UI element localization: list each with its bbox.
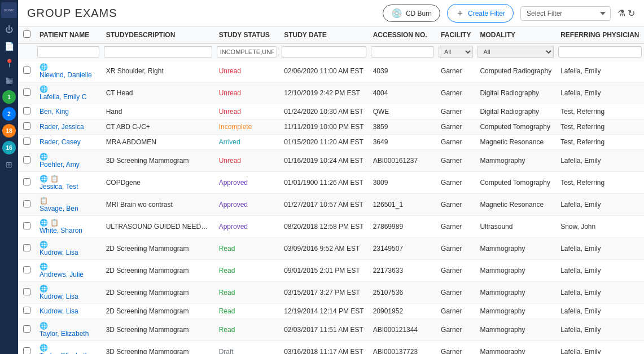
row-checkbox-cell[interactable] — [18, 82, 35, 104]
cd-burn-button[interactable]: 💿 CD Burn — [383, 5, 440, 22]
referring-physician-cell: Lafella, Emily — [556, 150, 644, 172]
filter-icon[interactable]: ⚗ — [617, 8, 625, 19]
row-checkbox[interactable] — [23, 107, 30, 114]
table-row[interactable]: 🌐 Poehler, Amy 3D Screening Mammogram Un… — [18, 150, 644, 172]
table-row[interactable]: 🌐 Lafella, Emily C CT Head Unread 12/10/… — [18, 82, 644, 104]
patient-name-value: Ben, King — [40, 108, 69, 116]
row-checkbox[interactable] — [23, 288, 30, 295]
row-checkbox-cell[interactable] — [18, 194, 35, 216]
badge-16[interactable]: 16 — [2, 141, 16, 154]
col-patient-name: PATIENT NAME — [35, 27, 102, 43]
row-checkbox-cell[interactable] — [18, 341, 35, 355]
patient-name-cell[interactable]: Ben, King — [35, 104, 102, 120]
patient-name-cell[interactable]: Rader, Casey — [35, 135, 102, 150]
table-row[interactable]: Rader, Jessica CT ABD C-/C+ Incomplete 1… — [18, 120, 644, 135]
filter-modality[interactable]: All — [475, 43, 556, 60]
patient-name-cell[interactable]: 🌐 Andrews, Julie — [35, 260, 102, 282]
table-row[interactable]: 📋 Savage, Ben MRI Brain wo contrast Appr… — [18, 194, 644, 216]
grid-icon[interactable]: ▦ — [1, 72, 17, 88]
row-checkbox-cell[interactable] — [18, 60, 35, 82]
select-all-checkbox[interactable] — [23, 30, 30, 38]
refresh-icon[interactable]: ↻ — [628, 8, 635, 19]
filter-referring-physician[interactable] — [556, 43, 644, 60]
patient-name-cell[interactable]: 🌐📋 Jessica, Test — [35, 172, 102, 194]
row-checkbox-cell[interactable] — [18, 120, 35, 135]
patient-name-cell[interactable]: 🌐 Taylor, Elizabeth — [35, 341, 102, 355]
row-checkbox-cell[interactable] — [18, 150, 35, 172]
power-icon[interactable]: ⏻ — [1, 21, 17, 37]
row-checkbox[interactable] — [23, 244, 30, 251]
row-checkbox[interactable] — [23, 88, 30, 96]
referring-physician-filter-input[interactable] — [558, 46, 642, 57]
row-checkbox[interactable] — [23, 67, 30, 74]
patient-name-value: White, Sharon — [40, 227, 82, 234]
globe-icon: 🌐 — [40, 344, 48, 352]
apps-icon[interactable]: ⊞ — [1, 157, 17, 172]
patient-name-cell[interactable]: 🌐 Taylor, Elizabeth — [35, 319, 102, 341]
filter-study-desc[interactable] — [102, 43, 214, 60]
patient-name-cell[interactable]: 🌐 Lafella, Emily C — [35, 82, 102, 104]
patient-name-cell[interactable]: 🌐 Poehler, Amy — [35, 150, 102, 172]
table-row[interactable]: 🌐 Andrews, Julie 2D Screening Mammogram … — [18, 260, 644, 282]
patient-name-cell[interactable]: Rader, Jessica — [35, 120, 102, 135]
patient-name-filter-input[interactable] — [37, 46, 99, 57]
badge-18[interactable]: 18 — [2, 124, 16, 138]
row-checkbox[interactable] — [23, 178, 30, 185]
facility-filter-select[interactable]: All — [439, 46, 473, 58]
row-checkbox[interactable] — [23, 156, 30, 163]
accession-no-filter-input[interactable] — [371, 46, 434, 57]
table-row[interactable]: 🌐 Taylor, Elizabeth 3D Screening Mammogr… — [18, 341, 644, 355]
table-row[interactable]: 🌐 Taylor, Elizabeth 3D Screening Mammogr… — [18, 319, 644, 341]
patient-name-cell[interactable]: 🌐 Kudrow, Lisa — [35, 238, 102, 260]
filter-patient-name[interactable] — [35, 43, 102, 60]
badge-1[interactable]: 1 — [2, 90, 16, 104]
table-row[interactable]: Ben, King Hand Unread 01/24/2020 10:30 A… — [18, 104, 644, 120]
patient-name-cell[interactable]: 🌐 Kudrow, Lisa — [35, 282, 102, 304]
modality-filter-select[interactable]: All — [477, 46, 554, 58]
study-status-filter-input[interactable] — [217, 46, 277, 57]
row-checkbox[interactable] — [23, 200, 30, 207]
row-checkbox[interactable] — [23, 222, 30, 229]
filter-study-status[interactable] — [214, 43, 279, 60]
study-date-filter-input[interactable] — [282, 46, 366, 57]
row-checkbox-cell[interactable] — [18, 104, 35, 120]
row-checkbox-cell[interactable] — [18, 260, 35, 282]
row-checkbox[interactable] — [23, 138, 30, 145]
filter-study-date[interactable] — [279, 43, 369, 60]
row-checkbox-cell[interactable] — [18, 282, 35, 304]
row-checkbox-cell[interactable] — [18, 172, 35, 194]
row-checkbox-cell[interactable] — [18, 238, 35, 260]
filter-facility[interactable]: All — [436, 43, 475, 60]
table-row[interactable]: 🌐📋 White, Sharon ULTRASOUND GUIDED NEEDL… — [18, 216, 644, 238]
row-checkbox-cell[interactable] — [18, 319, 35, 341]
study-status-cell: Read — [214, 238, 279, 260]
select-filter-dropdown[interactable]: Select Filter — [520, 6, 611, 21]
table-row[interactable]: 🌐 Niewind, Danielle XR Shoulder, Right U… — [18, 60, 644, 82]
accession-no-cell: 23149507 — [369, 238, 436, 260]
row-checkbox[interactable] — [23, 307, 30, 314]
row-checkbox-cell[interactable] — [18, 304, 35, 319]
location-icon[interactable]: 📍 — [1, 55, 17, 71]
study-description-cell: ULTRASOUND GUIDED NEEDLE BRE — [102, 216, 214, 238]
row-checkbox[interactable] — [23, 122, 30, 130]
table-row[interactable]: 🌐📋 Jessica, Test COPDgene Approved 01/01… — [18, 172, 644, 194]
table-row[interactable]: 🌐 Kudrow, Lisa 2D Screening Mammogram Re… — [18, 238, 644, 260]
badge-2[interactable]: 2 — [2, 107, 16, 121]
row-checkbox-cell[interactable] — [18, 135, 35, 150]
study-date-cell: 11/11/2019 10:00 PM EST — [279, 120, 369, 135]
table-row[interactable]: Rader, Casey MRA ABDOMEN Arrived 01/15/2… — [18, 135, 644, 150]
table-row[interactable]: 🌐 Kudrow, Lisa 2D Screening Mammogram Re… — [18, 282, 644, 304]
row-checkbox-cell[interactable] — [18, 216, 35, 238]
create-filter-button[interactable]: ＋ Create Filter — [447, 4, 514, 23]
patient-name-cell[interactable]: Kudrow, Lisa — [35, 304, 102, 319]
row-checkbox[interactable] — [23, 266, 30, 273]
patient-name-cell[interactable]: 🌐 Niewind, Danielle — [35, 60, 102, 82]
row-checkbox[interactable] — [23, 347, 30, 354]
table-row[interactable]: Kudrow, Lisa 2D Screening Mammogram Read… — [18, 304, 644, 319]
patient-name-cell[interactable]: 📋 Savage, Ben — [35, 194, 102, 216]
study-desc-filter-input[interactable] — [104, 46, 212, 57]
document-icon[interactable]: 📄 — [1, 38, 17, 54]
row-checkbox[interactable] — [23, 325, 30, 333]
patient-name-cell[interactable]: 🌐📋 White, Sharon — [35, 216, 102, 238]
filter-accession-no[interactable] — [369, 43, 436, 60]
